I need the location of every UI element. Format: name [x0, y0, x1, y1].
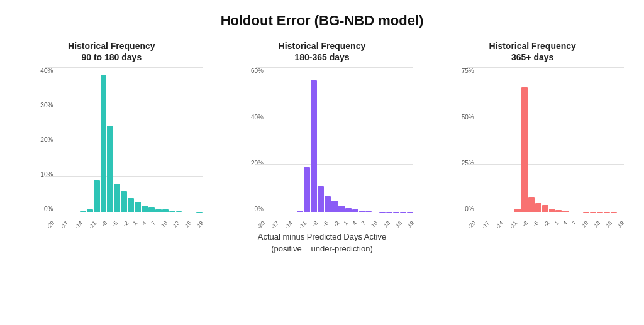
- footer-label: Actual minus Predicted Days Active (posi…: [258, 231, 386, 254]
- x-label: -8: [311, 221, 319, 228]
- x-axis-1: -20-17-14-11-8-5-214710131619: [256, 212, 413, 225]
- bar: [148, 207, 155, 213]
- x-label: -5: [533, 221, 540, 228]
- chart-area-2: 75%50%25%0%-20-17-14-11-8-5-214710131619: [441, 68, 624, 225]
- bar: [521, 87, 528, 212]
- x-label: -11: [509, 221, 519, 231]
- x-label: 16: [605, 221, 613, 229]
- bar: [345, 208, 352, 213]
- charts-row: Historical Frequency 90 to 180 days40%30…: [6, 40, 638, 225]
- x-label: -8: [521, 221, 529, 228]
- chart-1: Historical Frequency 180-365 days60%40%2…: [225, 40, 419, 225]
- x-label: -20: [257, 221, 267, 231]
- bar: [135, 202, 141, 212]
- x-label: 19: [196, 221, 204, 229]
- x-label: 4: [562, 221, 569, 227]
- x-label: 4: [352, 221, 358, 227]
- x-label: 13: [593, 221, 601, 229]
- x-label: -20: [46, 221, 56, 231]
- bar: [121, 191, 127, 213]
- bar: [128, 198, 134, 212]
- page-title: Holdout Error (BG-NBD model): [221, 13, 424, 29]
- bar: [101, 75, 107, 213]
- x-label: -11: [298, 221, 308, 231]
- x-label: -17: [60, 221, 70, 231]
- x-label: -5: [322, 221, 330, 228]
- chart-area-1: 60%40%20%0%-20-17-14-11-8-5-214710131619: [231, 68, 413, 225]
- x-label: -14: [284, 221, 294, 231]
- x-label: 16: [184, 221, 192, 229]
- x-axis-0: -20-17-14-11-8-5-214710131619: [45, 212, 203, 225]
- x-label: -17: [270, 221, 280, 231]
- x-label: 16: [394, 221, 402, 229]
- bars-area-0: [45, 68, 203, 212]
- x-label: -2: [333, 221, 340, 228]
- chart-subtitle-1: Historical Frequency 180-365 days: [279, 40, 366, 63]
- bars-area-2: [467, 68, 624, 212]
- x-label: -14: [495, 221, 505, 231]
- bar: [338, 206, 345, 213]
- x-label: 7: [361, 221, 367, 227]
- x-label: -11: [87, 221, 97, 231]
- x-label: 10: [160, 221, 168, 229]
- x-label: 19: [617, 221, 625, 229]
- bar: [325, 196, 331, 213]
- x-label: -20: [467, 221, 477, 231]
- x-label: 7: [150, 221, 157, 227]
- x-label: -8: [101, 221, 108, 228]
- bar: [331, 201, 338, 212]
- bar: [535, 203, 541, 212]
- bars-area-1: [256, 68, 413, 212]
- bar: [542, 205, 548, 212]
- x-label: 13: [382, 221, 391, 229]
- x-label: 10: [581, 221, 589, 229]
- x-label: -14: [74, 221, 84, 231]
- bar: [528, 197, 535, 213]
- x-label: 1: [553, 221, 560, 227]
- x-label: 7: [571, 221, 577, 227]
- bar: [114, 184, 120, 212]
- x-label: -17: [480, 221, 491, 231]
- x-label: 4: [142, 221, 148, 227]
- bar: [304, 167, 310, 213]
- x-label: 10: [370, 221, 379, 229]
- bar: [107, 126, 113, 212]
- bar: [311, 80, 317, 213]
- chart-subtitle-0: Historical Frequency 90 to 180 days: [68, 40, 155, 63]
- x-label: 1: [133, 221, 139, 227]
- bar: [318, 186, 324, 212]
- x-label: 19: [407, 221, 415, 229]
- x-label: -2: [543, 221, 551, 228]
- x-label: 1: [343, 221, 349, 227]
- x-axis-2: -20-17-14-11-8-5-214710131619: [467, 212, 624, 225]
- chart-subtitle-2: Historical Frequency 365+ days: [489, 40, 576, 63]
- chart-2: Historical Frequency 365+ days75%50%25%0…: [435, 40, 630, 225]
- x-label: -5: [111, 221, 119, 228]
- x-label: -2: [122, 221, 130, 228]
- x-label: 13: [172, 221, 180, 229]
- chart-area-0: 40%30%20%10%0%-20-17-14-11-8-5-214710131…: [20, 68, 203, 225]
- bar: [94, 180, 100, 213]
- bar: [142, 206, 148, 213]
- chart-0: Historical Frequency 90 to 180 days40%30…: [14, 40, 209, 225]
